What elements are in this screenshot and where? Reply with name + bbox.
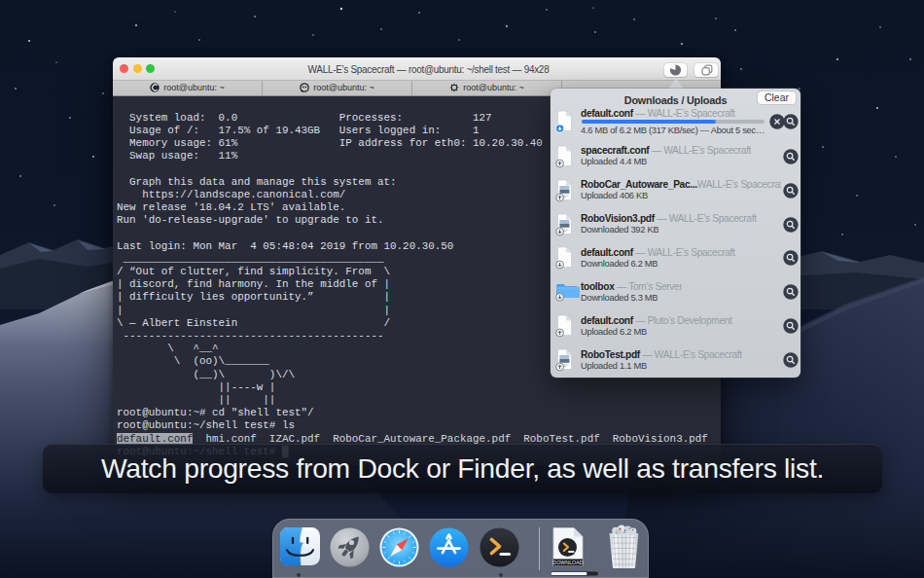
svg-text:DOWNLOAD: DOWNLOAD xyxy=(552,560,584,565)
